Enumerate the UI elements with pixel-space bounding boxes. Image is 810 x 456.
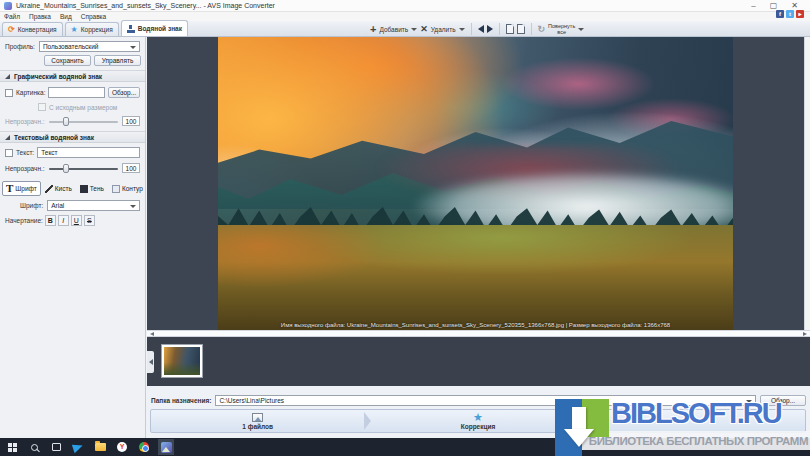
reset-rotation-icon[interactable]: ↻ <box>538 24 546 34</box>
next-image-icon[interactable] <box>487 25 493 33</box>
opacity-text-slider[interactable] <box>49 164 118 173</box>
taskbar-app-blue[interactable] <box>70 439 86 455</box>
rotate-left-icon[interactable] <box>506 24 514 34</box>
picture-browse-button[interactable]: Обзор... <box>108 87 140 98</box>
task-view-button[interactable] <box>48 439 64 455</box>
text-input[interactable]: Текст <box>37 147 140 158</box>
shadow-toggle-label: Тень <box>90 185 104 192</box>
thumbnail-item[interactable] <box>161 344 203 378</box>
collapse-triangle-icon <box>5 135 10 140</box>
toolbar-divider <box>471 23 472 35</box>
opacity-graphic-slider[interactable] <box>49 117 118 126</box>
shadow-icon <box>80 185 88 193</box>
chrome-icon <box>139 442 149 452</box>
vertical-scrollbar[interactable] <box>804 37 810 330</box>
twitter-icon[interactable]: t <box>786 10 794 18</box>
brush-toggle-button[interactable]: Кисть <box>41 181 76 196</box>
slider-thumb[interactable] <box>63 117 69 126</box>
title-bar: Ukraine_Mountains_Sunrises_and_sunsets_S… <box>0 0 810 12</box>
picture-checkbox[interactable] <box>5 89 13 97</box>
rotate-all-caret-icon[interactable] <box>578 28 584 31</box>
minimize-icon[interactable]: – <box>751 1 755 11</box>
rotate-right-icon[interactable] <box>517 24 525 34</box>
bold-button[interactable]: B <box>45 215 56 226</box>
original-size-checkbox[interactable] <box>38 103 46 111</box>
profile-select[interactable]: Пользовательский <box>39 41 140 52</box>
remove-caret-icon[interactable] <box>459 28 465 31</box>
step-files-label: 1 файлов <box>242 423 273 430</box>
filmstrip-collapse-handle[interactable] <box>147 351 154 373</box>
brush-toggle-label: Кисть <box>55 185 72 192</box>
menu-view[interactable]: Вид <box>60 13 72 20</box>
toolbar-divider <box>531 23 532 35</box>
yandex-browser-button[interactable]: Y <box>114 439 130 455</box>
close-icon[interactable]: ✕ <box>791 1 798 11</box>
opacity-graphic-value[interactable]: 100 <box>122 116 140 126</box>
profile-label: Профиль: <box>5 43 35 50</box>
start-button[interactable] <box>4 439 20 455</box>
file-explorer-button[interactable] <box>92 439 108 455</box>
window-title: Ukraine_Mountains_Sunrises_and_sunsets_S… <box>16 2 275 9</box>
original-size-label: С исходным размером <box>49 104 117 111</box>
font-toggle-button[interactable]: T Шрифт <box>2 181 41 196</box>
previous-image-icon[interactable] <box>478 25 484 33</box>
scroll-right-icon[interactable] <box>803 332 807 336</box>
search-icon <box>31 444 38 451</box>
facebook-icon[interactable]: f <box>776 10 784 18</box>
font-style-label: Начертание: <box>5 217 43 224</box>
destination-path-value: C:\Users\Lina\Pictures <box>219 397 284 404</box>
app-icon <box>4 2 12 10</box>
add-button[interactable]: Добавить <box>379 26 408 33</box>
destination-label: Папка назначения: <box>151 397 211 404</box>
outline-toggle-button[interactable]: Контур <box>108 181 147 196</box>
font-select[interactable]: Arial <box>47 200 140 211</box>
youtube-icon[interactable]: ▸ <box>796 10 804 18</box>
menu-file[interactable]: Файл <box>4 13 20 20</box>
yandex-icon: Y <box>117 442 127 452</box>
tab-watermark-label: Водяной знак <box>138 25 182 32</box>
tab-correction[interactable]: ★ Коррекция <box>65 22 119 36</box>
font-toggle-label: Шрифт <box>15 185 36 192</box>
text-watermark-section[interactable]: Текстовый водяной знак <box>0 131 145 143</box>
strikethrough-button[interactable]: S <box>84 215 95 226</box>
step-correction-label: Коррекция <box>461 423 496 430</box>
watermark-title: BIBLSOFT.RU <box>611 397 781 430</box>
toolbar-divider <box>499 23 500 35</box>
font-label: Шрифт: <box>20 202 43 209</box>
tab-conversion[interactable]: ⟳ Конвертация <box>2 22 63 36</box>
menu-edit[interactable]: Правка <box>29 13 51 20</box>
scroll-left-icon[interactable] <box>150 332 154 336</box>
add-icon[interactable]: + <box>370 24 376 34</box>
rotate-all-button[interactable]: Повернуть все <box>548 23 575 35</box>
taskbar-search-button[interactable] <box>26 439 42 455</box>
opacity-text-value[interactable]: 100 <box>122 163 140 173</box>
thumbnail-image <box>164 347 200 375</box>
horizontal-scrollbar[interactable] <box>147 330 810 337</box>
maximize-icon[interactable]: ▢ <box>770 1 778 11</box>
underline-button[interactable]: U <box>71 215 82 226</box>
shadow-toggle-button[interactable]: Тень <box>76 181 108 196</box>
picture-path-input[interactable] <box>48 87 105 98</box>
text-checkbox[interactable] <box>5 149 13 157</box>
manage-profile-button[interactable]: Управлять <box>94 55 141 66</box>
photo-icon <box>252 413 263 422</box>
tab-correction-label: Коррекция <box>81 26 113 33</box>
step-files-button[interactable]: 1 файлов <box>151 410 364 432</box>
italic-button[interactable]: I <box>58 215 69 226</box>
slider-thumb[interactable] <box>63 164 69 173</box>
meadow <box>218 225 733 330</box>
tab-watermark[interactable]: Водяной знак <box>121 20 188 36</box>
avs-converter-taskbar-button[interactable] <box>158 439 174 455</box>
remove-icon[interactable]: ✕ <box>420 24 428 34</box>
chrome-button[interactable] <box>136 439 152 455</box>
rotate-all-label-2: все <box>557 29 566 35</box>
menu-help[interactable]: Справка <box>81 13 107 20</box>
font-caret-icon <box>130 205 136 208</box>
outline-toggle-label: Контур <box>122 185 143 192</box>
save-profile-button[interactable]: Сохранить <box>44 55 91 66</box>
graphic-watermark-section[interactable]: Графический водяной знак <box>0 70 145 82</box>
step-correction-button[interactable]: ★ Коррекция <box>371 410 584 432</box>
add-caret-icon[interactable] <box>411 28 417 31</box>
text-section-title: Текстовый водяной знак <box>14 134 94 141</box>
remove-button[interactable]: Удалить <box>431 26 456 33</box>
